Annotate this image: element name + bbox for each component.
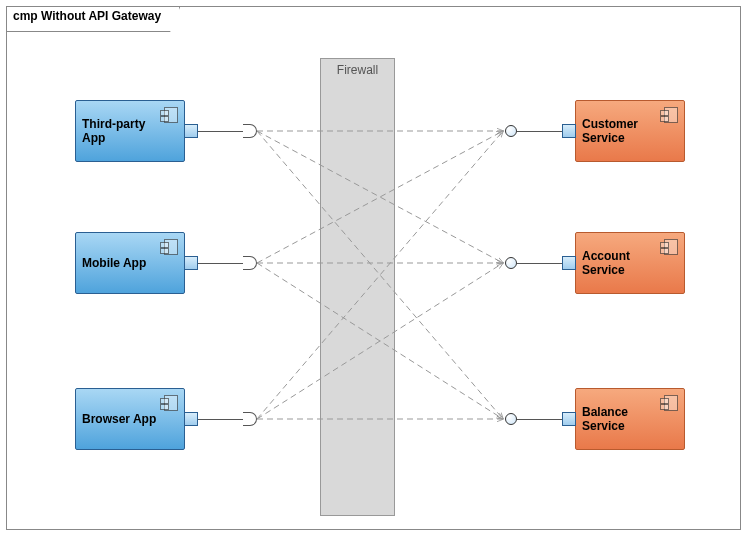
port bbox=[184, 256, 198, 270]
firewall-boundary: Firewall bbox=[320, 58, 395, 516]
required-interface-socket bbox=[243, 412, 257, 426]
service-component: Customer Service bbox=[575, 100, 685, 162]
port bbox=[562, 412, 576, 426]
port bbox=[562, 256, 576, 270]
service-component: Account Service bbox=[575, 232, 685, 294]
required-interface-socket bbox=[243, 124, 257, 138]
frame-title: cmp Without API Gateway bbox=[7, 7, 180, 32]
component-icon bbox=[164, 395, 178, 411]
client-component: Browser App bbox=[75, 388, 185, 450]
component-icon bbox=[164, 107, 178, 123]
component-icon bbox=[664, 107, 678, 123]
port bbox=[184, 124, 198, 138]
component-label: Account Service bbox=[582, 249, 664, 278]
diagram-canvas: cmp Without API Gateway Firewall Third-p… bbox=[0, 0, 747, 536]
component-label: Browser App bbox=[82, 412, 164, 426]
port bbox=[184, 412, 198, 426]
interface-connector bbox=[517, 131, 562, 132]
component-label: Customer Service bbox=[582, 117, 664, 146]
interface-connector bbox=[198, 263, 243, 264]
client-component: Mobile App bbox=[75, 232, 185, 294]
interface-connector bbox=[517, 419, 562, 420]
required-interface-socket bbox=[243, 256, 257, 270]
interface-connector bbox=[517, 263, 562, 264]
component-label: Mobile App bbox=[82, 256, 164, 270]
interface-connector bbox=[198, 131, 243, 132]
service-component: Balance Service bbox=[575, 388, 685, 450]
component-icon bbox=[664, 239, 678, 255]
provided-interface-ball bbox=[505, 257, 517, 269]
component-label: Third-party App bbox=[82, 117, 164, 146]
provided-interface-ball bbox=[505, 125, 517, 137]
component-label: Balance Service bbox=[582, 405, 664, 434]
firewall-label: Firewall bbox=[321, 63, 394, 77]
component-icon bbox=[664, 395, 678, 411]
interface-connector bbox=[198, 419, 243, 420]
client-component: Third-party App bbox=[75, 100, 185, 162]
port bbox=[562, 124, 576, 138]
component-icon bbox=[164, 239, 178, 255]
provided-interface-ball bbox=[505, 413, 517, 425]
